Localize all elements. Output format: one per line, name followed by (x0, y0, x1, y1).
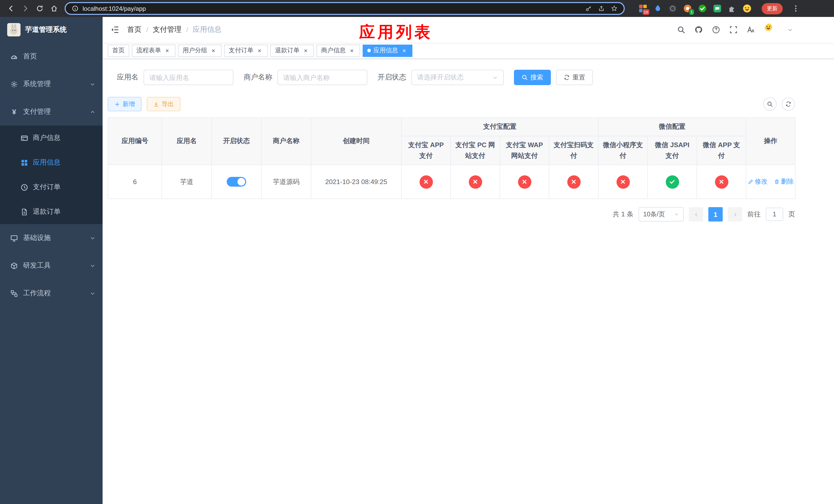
table-row: 6 芋道 芋道源码 2021-10-23 08:49:25 (108, 165, 795, 199)
chevron-down-icon (90, 235, 95, 241)
extension-badge: 1 (689, 9, 695, 15)
navbar: 首页 / 支付管理 / 应用信息 (103, 17, 834, 43)
page-number-1[interactable]: 1 (708, 207, 723, 222)
sidebar-item-dev-tools[interactable]: 研发工具 (0, 252, 103, 279)
goto-page-input[interactable] (766, 208, 783, 221)
extension-wechat-dev-icon[interactable] (698, 4, 707, 13)
tab-refund-order[interactable]: 退款订单× (270, 44, 314, 56)
sidebar-item-payment[interactable]: ¥ 支付管理 (0, 98, 103, 125)
monitor-icon (10, 234, 18, 242)
breadcrumb-payment[interactable]: 支付管理 (153, 25, 181, 35)
breadcrumb-current: 应用信息 (193, 25, 222, 35)
prev-page-button[interactable] (689, 207, 703, 222)
status-select[interactable]: 请选择开启状态 (411, 70, 504, 85)
sidebar-item-workflow[interactable]: 工作流程 (0, 279, 103, 307)
extensions-puzzle-icon[interactable] (727, 4, 737, 13)
sidebar-item-infra[interactable]: 基础设施 (0, 224, 103, 252)
status-toggle[interactable] (227, 177, 246, 187)
app-name-input[interactable] (144, 70, 233, 85)
extension-drop-icon[interactable] (653, 4, 662, 13)
close-icon[interactable]: × (210, 47, 217, 54)
refresh-icon (785, 101, 791, 107)
password-key-icon[interactable] (585, 5, 592, 12)
sidebar-item-app-info[interactable]: 应用信息 (0, 150, 103, 175)
search-icon[interactable] (677, 26, 685, 34)
group-wechat-config: 微信配置 (598, 118, 746, 136)
app-logo (7, 23, 21, 37)
fullscreen-icon[interactable] (729, 26, 738, 34)
extension-chat-icon[interactable] (712, 4, 722, 13)
close-icon[interactable]: × (348, 47, 355, 54)
close-icon[interactable]: × (302, 47, 309, 54)
extension-badge: 10 (642, 9, 650, 15)
extension-grid-icon[interactable]: 10 (638, 4, 647, 13)
clock-icon (21, 183, 28, 191)
extension-translate-icon[interactable]: 1 (683, 4, 692, 13)
col-alipay-wap: 支付宝 WAP 网站支付 (500, 136, 549, 165)
browser-home-icon[interactable] (48, 3, 60, 14)
text-size-icon[interactable] (747, 26, 755, 34)
sidebar-item-home[interactable]: 首页 (0, 43, 103, 70)
site-info-icon[interactable] (72, 5, 79, 12)
active-dot (367, 49, 371, 52)
browser-reload-icon[interactable] (34, 3, 45, 14)
edit-button[interactable]: 修改 (748, 177, 768, 186)
refresh-table-button[interactable] (782, 97, 795, 111)
next-page-button[interactable] (728, 207, 742, 222)
sidebar-item-pay-order[interactable]: 支付订单 (0, 175, 103, 200)
tab-process-form[interactable]: 流程表单× (132, 44, 175, 56)
page-size-select[interactable]: 10条/页 (639, 207, 684, 222)
url-text[interactable]: localhost:1024/pay/app (83, 5, 146, 12)
search-button[interactable]: 搜索 (514, 70, 551, 85)
tab-home[interactable]: 首页 (108, 44, 129, 56)
tab-merchant-info[interactable]: 商户信息× (316, 44, 360, 56)
merchant-name-label: 商户名称 (244, 73, 272, 82)
sidebar-item-refund-order[interactable]: 退款订单 (0, 200, 103, 224)
tab-app-info[interactable]: 应用信息× (363, 44, 412, 56)
edit-icon (748, 179, 753, 185)
tab-user-group[interactable]: 用户分组× (178, 44, 222, 56)
card-icon (21, 134, 28, 142)
dashboard-icon (10, 52, 18, 60)
close-icon[interactable]: × (163, 47, 171, 54)
export-button[interactable]: 导出 (147, 97, 180, 111)
close-icon[interactable]: × (256, 47, 263, 54)
browser-back-icon[interactable] (5, 3, 16, 14)
caret-down-icon[interactable] (787, 27, 793, 32)
cell-created-at: 2021-10-23 08:49:25 (311, 165, 401, 199)
address-bar[interactable]: localhost:1024/pay/app (65, 2, 625, 15)
user-avatar[interactable] (764, 23, 778, 37)
col-wechat-app: 微信 APP 支付 (697, 136, 746, 165)
help-icon[interactable] (712, 26, 720, 34)
browser-menu-icon[interactable] (790, 3, 801, 14)
browser-forward-icon[interactable] (20, 3, 31, 14)
pagination: 共 1 条 10条/页 1 前往 页 (108, 207, 795, 222)
share-icon[interactable] (598, 5, 605, 12)
col-merchant: 商户名称 (261, 118, 311, 165)
app-logo-row[interactable]: 芋道管理系统 (0, 17, 103, 43)
bookmark-star-icon[interactable] (611, 5, 618, 12)
sidebar-item-merchant-info[interactable]: 商户信息 (0, 125, 103, 150)
app-name-label: 应用名 (117, 73, 138, 82)
toggle-search-button[interactable] (763, 97, 776, 111)
delete-button[interactable]: 删除 (774, 177, 794, 186)
app-title: 芋道管理系统 (25, 25, 67, 35)
extension-globe-icon[interactable] (668, 4, 677, 13)
chevron-right-icon (732, 211, 738, 217)
breadcrumb-home[interactable]: 首页 (127, 25, 141, 35)
chrome-update-button[interactable]: 更新 (762, 3, 783, 14)
github-icon[interactable] (695, 26, 703, 34)
add-button[interactable]: 新增 (108, 97, 141, 111)
status-label: 开启状态 (377, 73, 406, 82)
merchant-name-input[interactable] (278, 70, 367, 85)
refresh-icon (564, 74, 570, 81)
profile-avatar[interactable] (742, 4, 751, 13)
chevron-down-icon (90, 291, 95, 296)
tab-pay-order[interactable]: 支付订单× (224, 44, 268, 56)
sidebar-fold-icon[interactable] (103, 17, 127, 43)
reset-button[interactable]: 重置 (556, 70, 593, 85)
sidebar-item-system[interactable]: 系统管理 (0, 70, 103, 98)
close-icon[interactable]: × (401, 47, 408, 54)
alipay-qr-status-icon (567, 175, 580, 188)
caret-down-icon (492, 75, 498, 80)
